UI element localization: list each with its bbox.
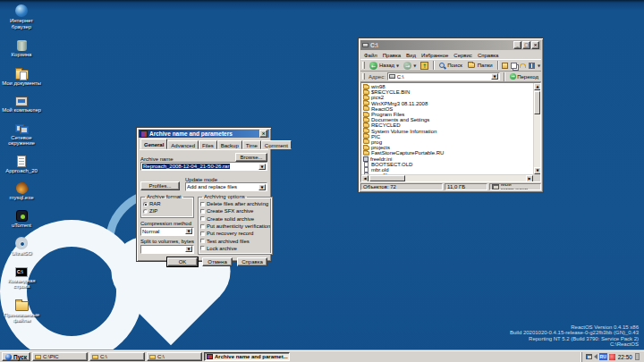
undo-button[interactable]: [519, 61, 527, 70]
menu-item[interactable]: Вид: [403, 53, 419, 58]
maximize-button[interactable]: □: [522, 41, 530, 49]
cancel-button[interactable]: Отмена: [202, 257, 233, 266]
format-radio[interactable]: ZIP: [143, 207, 191, 215]
folders-button[interactable]: Папки: [465, 60, 495, 71]
format-radio[interactable]: RAR: [143, 200, 191, 207]
up-button[interactable]: ↑: [419, 60, 430, 71]
browse-button[interactable]: Browse...: [235, 153, 267, 162]
copy-to-button[interactable]: [510, 61, 518, 70]
desktop: Интернет браузер Корзина Мои документы М…: [0, 0, 644, 362]
move-to-button[interactable]: [501, 61, 509, 70]
views-button[interactable]: [528, 61, 536, 70]
split-dropdown-icon[interactable]: ▼: [185, 246, 192, 252]
compression-select[interactable]: Normal ▼: [140, 227, 194, 236]
dialog-tab[interactable]: Comment: [261, 140, 292, 149]
scroll-down-icon[interactable]: ▼: [534, 167, 541, 174]
menu-item[interactable]: Файл: [361, 53, 380, 58]
address-input[interactable]: C:\ ▼: [387, 72, 500, 80]
archive-name-dropdown-icon[interactable]: ▼: [258, 164, 266, 170]
back-caret-icon[interactable]: ▼: [396, 63, 399, 68]
search-button[interactable]: Поиск: [436, 60, 464, 71]
menu-item[interactable]: Сервис: [451, 53, 475, 58]
dialog-tab[interactable]: Advanced: [167, 140, 199, 149]
file-name: mbr.old: [371, 167, 389, 173]
option-checkbox[interactable]: Create SFX archive: [200, 207, 270, 215]
system-tray: RU 22:50: [581, 352, 642, 362]
task-button[interactable]: C:\: [89, 352, 145, 361]
desktop-icon[interactable]: Мои документы: [2, 67, 41, 87]
toolbar-grip[interactable]: [362, 62, 365, 69]
task-button[interactable]: Archive name and paramet...: [204, 352, 290, 361]
help-button[interactable]: Справка: [237, 257, 267, 266]
dialog-tab[interactable]: Time: [242, 140, 261, 149]
back-button[interactable]: ← Назад ▼: [368, 60, 401, 71]
option-checkbox[interactable]: Delete files after archiving: [200, 200, 270, 207]
vertical-scroll-thumb[interactable]: [534, 91, 540, 114]
dialog-tab[interactable]: General: [140, 139, 167, 149]
network-tray-icon[interactable]: [586, 354, 592, 359]
desktop-icon[interactable]: Сетевое окружение: [2, 122, 41, 147]
option-checkbox[interactable]: Put authenticity verification: [200, 223, 270, 230]
task-button[interactable]: C:\: [147, 352, 202, 361]
forward-caret-icon[interactable]: ▼: [413, 63, 416, 68]
dialog-tab[interactable]: Files: [199, 140, 217, 149]
show-desktop-button[interactable]: [635, 353, 640, 360]
horizontal-scroll-thumb[interactable]: [369, 175, 405, 181]
views-caret-icon[interactable]: ▼: [538, 63, 540, 68]
desktop-icon-glyph: [15, 97, 28, 106]
desktop-icon[interactable]: UltraISO: [2, 237, 41, 257]
menu-item[interactable]: Справка: [475, 53, 502, 58]
split-input[interactable]: ▼: [140, 245, 194, 254]
menu-item[interactable]: Правка: [380, 53, 403, 58]
minimize-button[interactable]: _: [513, 41, 521, 49]
volume-tray-icon[interactable]: [594, 354, 597, 359]
close-button[interactable]: ×: [531, 41, 539, 49]
desktop-icon-label: Интернет браузер: [2, 18, 41, 29]
vertical-scrollbar[interactable]: ▲ ▼: [533, 83, 540, 174]
scroll-left-icon[interactable]: ◀: [361, 175, 369, 182]
dialog-tab[interactable]: Backup: [217, 140, 242, 149]
app-tray-icon[interactable]: [609, 354, 615, 360]
update-mode-dropdown-icon[interactable]: ▼: [258, 184, 266, 190]
desktop-icon[interactable]: Корзина: [2, 38, 41, 58]
compression-dropdown-icon[interactable]: ▼: [185, 228, 192, 234]
option-checkbox[interactable]: Create solid archive: [200, 215, 270, 223]
file-name: System Volume Information: [371, 129, 436, 134]
desktop-icon[interactable]: Принимаемые файлы: [2, 299, 41, 324]
start-button[interactable]: Пуск: [2, 352, 30, 361]
update-mode-value: Add and replace files: [187, 184, 258, 189]
option-checkbox[interactable]: Lock archive: [200, 245, 270, 252]
explorer-titlebar[interactable]: C:\ _ □ ×: [360, 40, 541, 50]
update-mode-select[interactable]: Add and replace files ▼: [185, 182, 267, 191]
profiles-button[interactable]: Profiles...: [140, 181, 180, 190]
go-button[interactable]: → Переход: [508, 72, 540, 81]
horizontal-scrollbar[interactable]: ◀ ▶: [361, 174, 533, 181]
desktop-icons: Интернет браузер Корзина Мои документы М…: [2, 4, 41, 324]
ok-button[interactable]: OK: [167, 257, 198, 266]
language-indicator[interactable]: RU: [599, 353, 607, 360]
dialog-titlebar[interactable]: Archive name and parameters ×: [139, 130, 269, 138]
file-name: Documents and Settings: [371, 117, 429, 122]
desktop-icon[interactable]: mysql.exe: [2, 182, 41, 201]
checkbox-label: Put recovery record: [207, 231, 253, 236]
close-button[interactable]: ×: [259, 130, 267, 138]
task-button[interactable]: C:\PIC: [32, 352, 88, 361]
archive-name-input[interactable]: Reproach_2008-12-04_21-50-26.rar ▼: [140, 162, 267, 171]
scroll-up-icon[interactable]: ▲: [534, 83, 541, 90]
address-dropdown-icon[interactable]: ▼: [491, 73, 498, 80]
clock[interactable]: 22:50: [617, 354, 633, 360]
option-checkbox[interactable]: Put recovery record: [200, 230, 270, 237]
option-checkbox[interactable]: Test archived files: [200, 237, 270, 244]
addressbar-grip[interactable]: [362, 73, 365, 80]
forward-button[interactable]: → ▼: [402, 60, 418, 71]
explorer-window: C:\ _ □ × ФайлПравкаВидИзбранноеСервисСп…: [358, 38, 544, 193]
scroll-right-icon[interactable]: ▶: [526, 175, 533, 182]
desktop-icon[interactable]: uTorrent: [2, 210, 41, 229]
desktop-icon[interactable]: Approach_20: [2, 156, 41, 174]
task-button-label: Archive name and paramet...: [215, 354, 288, 359]
desktop-icon[interactable]: Мой компьютер: [2, 95, 41, 114]
desktop-icon[interactable]: Командная строка: [2, 265, 41, 290]
addressbar-separator: [504, 72, 504, 81]
desktop-icon[interactable]: Интернет браузер: [2, 4, 41, 29]
menu-item[interactable]: Избранное: [419, 53, 451, 58]
